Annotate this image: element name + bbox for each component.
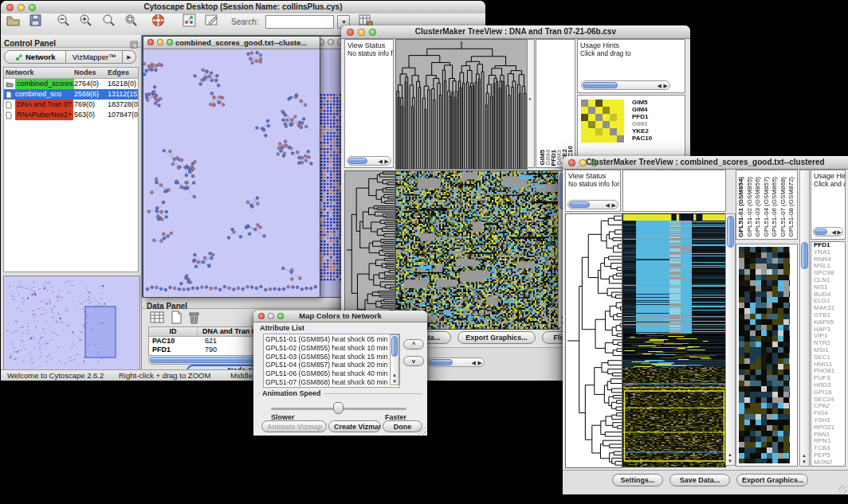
tv2-status-hscroll[interactable]: ◀▶ [567, 200, 618, 209]
attribute-select-icon[interactable] [150, 311, 164, 327]
tv2-gene-vscroll[interactable]: ▲▼ [799, 170, 810, 467]
tv1-row-label[interactable]: GIM3 [632, 120, 652, 127]
map-dialog-title: Map Colors to Network [253, 311, 427, 320]
file-icon [6, 111, 14, 119]
status-zoom-hint: Right-click + drag to ZOOM [119, 371, 210, 380]
matrix-cell [617, 121, 624, 128]
tv1-row-label[interactable]: PAC10 [632, 135, 652, 142]
tv1-row-label[interactable]: GIM4 [632, 106, 652, 113]
animation-speed-label: Animation Speed [260, 389, 324, 397]
birdseye-panel[interactable] [3, 275, 140, 371]
network-table-header[interactable]: Nodes [74, 68, 108, 78]
network-view-canvas[interactable] [143, 49, 318, 296]
tab-network[interactable]: Network [4, 50, 66, 64]
matrix-cell [595, 128, 603, 135]
tv2-column-label[interactable]: GPL51-06 (GSM865) [771, 177, 777, 237]
tv2-usage-hscroll[interactable]: ◀▶ [813, 227, 843, 236]
treeview2-window: ClusterMaker TreeView : combined_scores_… [563, 156, 848, 494]
tv1-view-status-panel: View Status No status info for ◀▶ [344, 39, 394, 168]
network-view-title: combined_scores_good.txt--cluste... [175, 38, 316, 47]
matrix-cell [603, 121, 610, 128]
tv2-row-dendrogram[interactable] [565, 213, 622, 468]
tv2-heatmap-canvas[interactable] [622, 213, 726, 467]
attribute-item[interactable]: GPL51-02 (GSM855) heat shock 10 min [265, 344, 389, 353]
attribute-item[interactable]: GPL51-07 (GSM868) heat shock 60 min [265, 378, 389, 387]
gene-item[interactable]: MON2 [814, 459, 845, 467]
move-down-button[interactable]: v [403, 356, 424, 366]
matrix-cell [581, 135, 588, 143]
matrix-cell [617, 107, 624, 114]
create-vizmap-button[interactable]: Create Vizmap [328, 420, 381, 432]
tv1-row-label[interactable]: YKE2 [632, 127, 652, 135]
network-table-row[interactable]: DNA and Tran 07769(0)183728(0) [4, 100, 138, 110]
tv2-column-label[interactable]: GPL51-08 (GSM872) [788, 177, 794, 237]
done-button[interactable]: Done [383, 420, 422, 432]
network-table-header[interactable]: Network [4, 68, 74, 78]
minimize-button[interactable] [157, 39, 163, 45]
network-table-row[interactable]: combined_sco2569(6)13112(15) [4, 89, 138, 100]
save-session-icon[interactable] [29, 14, 42, 30]
zoom-out-icon[interactable] [57, 14, 71, 30]
network-table-row[interactable]: combined_scores2764(0)16218(0) [4, 79, 138, 89]
zoom-in-icon[interactable] [79, 14, 93, 30]
new-attribute-icon[interactable] [171, 311, 183, 327]
attribute-item[interactable]: GPL51-06 (GSM865) heat shock 40 min [265, 369, 389, 378]
main-titlebar[interactable]: Cytoscape Desktop (Session Name: collins… [1, 1, 485, 14]
matrix-cell [603, 135, 610, 143]
tv1-column-dendrogram[interactable] [395, 39, 528, 170]
minimize-button[interactable] [328, 39, 334, 45]
matrix-cell [610, 100, 617, 107]
data-col-id[interactable]: ID [149, 327, 198, 336]
tv1-summary-matrix[interactable] [581, 100, 624, 143]
tv2-column-dendrogram[interactable] [622, 170, 726, 212]
search-input[interactable] [265, 15, 334, 29]
zoom-fit-icon[interactable] [102, 14, 116, 30]
open-session-icon[interactable] [6, 14, 21, 30]
move-up-button[interactable]: ^ [403, 339, 424, 350]
tab-more-button[interactable]: ▶ [123, 50, 136, 64]
delete-attribute-icon[interactable] [188, 311, 200, 327]
tv2-mini-heatmap[interactable] [739, 247, 790, 463]
tab-vizmapper[interactable]: VizMapper™ [66, 50, 123, 64]
tv2-column-label[interactable]: GPL51-01 (GSM854) [738, 177, 744, 237]
attribute-item[interactable]: GPL51-04 (GSM857) heat shock 20 min [265, 361, 389, 369]
zoom-button[interactable] [167, 39, 173, 45]
animate-vizmap-button[interactable]: Animate Vizmap [261, 420, 327, 432]
zoom-selected-icon[interactable] [124, 14, 139, 30]
tv1-heatmap-canvas[interactable] [395, 170, 559, 330]
tv1-row-label[interactable]: GIM5 [632, 99, 652, 106]
birdseye-canvas[interactable] [4, 276, 138, 369]
tv1-col-scroll[interactable]: ▸ [527, 39, 535, 168]
tv2-column-label[interactable]: GPL51-02 (GSM855) [747, 177, 752, 237]
export-graphics-button[interactable]: Export Graphics... [736, 474, 808, 486]
network-table-row[interactable]: RNAPuberNov2+563(0)107847(0) [4, 110, 138, 120]
tv1-usage-hscroll[interactable]: ◀▶ [581, 80, 670, 90]
tv1-column-labels: GIM5GIM4PFD1GIM3YKE2PAC10 [536, 39, 575, 168]
network-table-header[interactable]: Edges [108, 68, 138, 78]
tv1-row-dendrogram[interactable] [344, 170, 395, 330]
tv2-heatmap-vscroll[interactable]: ▲▼ [725, 213, 736, 466]
tv2-column-label[interactable]: GPL51-03 (GSM856) [755, 177, 760, 237]
attribute-item[interactable]: GPL51-03 (GSM856) heat shock 15 min [265, 353, 389, 361]
tv2-view-status-panel: View Status No status info for ◀▶ [565, 170, 621, 212]
matrix-cell [617, 135, 624, 143]
close-button[interactable] [147, 39, 154, 45]
vizmapper-icon[interactable] [183, 14, 196, 30]
matrix-cell [588, 100, 595, 107]
tv1-bottom-hscroll[interactable]: ◀▶ [427, 357, 485, 367]
tv1-row-label[interactable]: PFD1 [632, 113, 652, 120]
attribute-list-vscroll[interactable]: ▲▼ [390, 334, 399, 385]
tv1-status-hscroll[interactable]: ◀▶ [347, 156, 391, 166]
annotation-icon[interactable] [205, 14, 219, 30]
map-colors-dialog: Map Colors to Network Attribute List GPL… [253, 311, 427, 436]
speed-slider-thumb[interactable] [333, 402, 344, 414]
matrix-cell [595, 114, 603, 121]
attribute-item[interactable]: GPL51-01 (GSM854) heat shock 05 min [265, 335, 389, 344]
save-data-button[interactable]: Save Data... [669, 474, 730, 486]
tv2-column-label[interactable]: GPL51-07 (GSM868) [780, 177, 786, 237]
export-graphics-button[interactable]: Export Graphics... [457, 331, 536, 344]
network-view-window: combined_scores_good.txt--cluste... [143, 36, 320, 298]
tv2-column-label[interactable]: GPL51-04 (GSM857) [764, 177, 769, 237]
help-lifering-icon[interactable] [151, 14, 166, 30]
settings-button[interactable]: Settings... [612, 474, 663, 486]
